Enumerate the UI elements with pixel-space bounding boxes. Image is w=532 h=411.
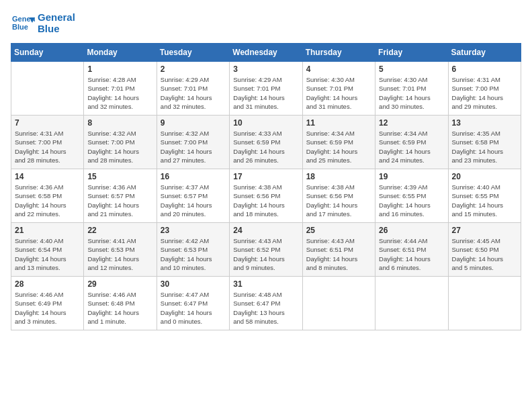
day-info: Sunrise: 4:41 AMSunset: 6:53 PMDaylight:… (87, 236, 152, 272)
day-number: 20 (452, 172, 517, 181)
calendar-cell: 13Sunrise: 4:35 AMSunset: 6:58 PMDayligh… (448, 116, 521, 169)
logo-text: GeneralBlue (38, 11, 75, 34)
day-info: Sunrise: 4:39 AMSunset: 6:55 PMDaylight:… (379, 183, 444, 218)
svg-text:Blue: Blue (12, 23, 28, 31)
day-number: 12 (379, 118, 444, 128)
logo: General Blue GeneralBlue (11, 11, 75, 35)
calendar-cell: 16Sunrise: 4:37 AMSunset: 6:57 PMDayligh… (157, 169, 229, 223)
day-number: 7 (15, 118, 80, 128)
day-number: 31 (233, 279, 298, 289)
day-info: Sunrise: 4:30 AMSunset: 7:01 PMDaylight:… (306, 75, 371, 111)
day-number: 5 (379, 64, 444, 74)
day-info: Sunrise: 4:30 AMSunset: 7:01 PMDaylight:… (379, 75, 444, 111)
calendar-cell: 10Sunrise: 4:33 AMSunset: 6:59 PMDayligh… (230, 116, 302, 169)
calendar-cell: 23Sunrise: 4:42 AMSunset: 6:53 PMDayligh… (157, 223, 229, 277)
calendar-cell: 21Sunrise: 4:40 AMSunset: 6:54 PMDayligh… (11, 223, 84, 277)
day-number: 13 (452, 118, 517, 128)
weekday-monday: Monday (84, 44, 157, 62)
calendar-cell (11, 62, 84, 116)
day-info: Sunrise: 4:37 AMSunset: 6:57 PMDaylight:… (161, 183, 226, 218)
day-number: 23 (161, 226, 226, 235)
day-number: 29 (87, 279, 152, 289)
calendar-cell (375, 277, 448, 330)
calendar-cell: 6Sunrise: 4:31 AMSunset: 7:00 PMDaylight… (448, 62, 521, 116)
day-info: Sunrise: 4:43 AMSunset: 6:51 PMDaylight:… (306, 236, 371, 272)
calendar-cell: 28Sunrise: 4:46 AMSunset: 6:49 PMDayligh… (11, 277, 84, 330)
day-number: 27 (452, 226, 517, 235)
day-info: Sunrise: 4:35 AMSunset: 6:58 PMDaylight:… (452, 129, 517, 165)
day-number: 3 (233, 64, 298, 74)
day-number: 19 (379, 172, 444, 181)
calendar-cell: 18Sunrise: 4:38 AMSunset: 6:56 PMDayligh… (302, 169, 375, 223)
day-info: Sunrise: 4:36 AMSunset: 6:57 PMDaylight:… (87, 183, 152, 218)
day-number: 6 (452, 64, 517, 74)
day-number: 16 (161, 172, 226, 181)
weekday-friday: Friday (375, 44, 448, 62)
calendar-cell (448, 277, 521, 330)
weekday-wednesday: Wednesday (230, 44, 302, 62)
calendar-cell: 17Sunrise: 4:38 AMSunset: 6:56 PMDayligh… (230, 169, 302, 223)
calendar-cell: 25Sunrise: 4:43 AMSunset: 6:51 PMDayligh… (302, 223, 375, 277)
day-info: Sunrise: 4:32 AMSunset: 7:00 PMDaylight:… (161, 129, 226, 165)
calendar-cell: 15Sunrise: 4:36 AMSunset: 6:57 PMDayligh… (84, 169, 157, 223)
calendar-cell: 9Sunrise: 4:32 AMSunset: 7:00 PMDaylight… (157, 116, 229, 169)
day-info: Sunrise: 4:38 AMSunset: 6:56 PMDaylight:… (233, 183, 298, 218)
calendar-cell: 30Sunrise: 4:47 AMSunset: 6:47 PMDayligh… (157, 277, 229, 330)
day-number: 15 (87, 172, 152, 181)
day-number: 22 (87, 226, 152, 235)
day-info: Sunrise: 4:46 AMSunset: 6:48 PMDaylight:… (87, 290, 152, 326)
calendar-cell: 14Sunrise: 4:36 AMSunset: 6:58 PMDayligh… (11, 169, 84, 223)
week-row-1: 1Sunrise: 4:28 AMSunset: 7:01 PMDaylight… (11, 62, 521, 116)
day-number: 9 (161, 118, 226, 128)
calendar-cell: 8Sunrise: 4:32 AMSunset: 7:00 PMDaylight… (84, 116, 157, 169)
calendar-cell (302, 277, 375, 330)
calendar-cell: 7Sunrise: 4:31 AMSunset: 7:00 PMDaylight… (11, 116, 84, 169)
day-number: 11 (306, 118, 371, 128)
day-info: Sunrise: 4:32 AMSunset: 7:00 PMDaylight:… (87, 129, 152, 165)
calendar-cell: 31Sunrise: 4:48 AMSunset: 6:47 PMDayligh… (230, 277, 302, 330)
calendar-cell: 19Sunrise: 4:39 AMSunset: 6:55 PMDayligh… (375, 169, 448, 223)
calendar-header: SundayMondayTuesdayWednesdayThursdayFrid… (11, 44, 521, 62)
calendar-cell: 22Sunrise: 4:41 AMSunset: 6:53 PMDayligh… (84, 223, 157, 277)
day-info: Sunrise: 4:31 AMSunset: 7:00 PMDaylight:… (452, 75, 517, 111)
calendar-table: SundayMondayTuesdayWednesdayThursdayFrid… (11, 43, 521, 330)
week-row-3: 14Sunrise: 4:36 AMSunset: 6:58 PMDayligh… (11, 169, 521, 223)
calendar-cell: 26Sunrise: 4:44 AMSunset: 6:51 PMDayligh… (375, 223, 448, 277)
week-row-2: 7Sunrise: 4:31 AMSunset: 7:00 PMDaylight… (11, 116, 521, 169)
page-header: General Blue GeneralBlue (11, 11, 521, 35)
day-number: 28 (15, 279, 80, 289)
calendar-cell: 20Sunrise: 4:40 AMSunset: 6:55 PMDayligh… (448, 169, 521, 223)
day-number: 24 (233, 226, 298, 235)
day-number: 18 (306, 172, 371, 181)
day-info: Sunrise: 4:43 AMSunset: 6:52 PMDaylight:… (233, 236, 298, 272)
day-info: Sunrise: 4:47 AMSunset: 6:47 PMDaylight:… (161, 290, 226, 326)
logo-icon: General Blue (11, 11, 35, 35)
calendar-cell: 4Sunrise: 4:30 AMSunset: 7:01 PMDaylight… (302, 62, 375, 116)
day-info: Sunrise: 4:48 AMSunset: 6:47 PMDaylight:… (233, 290, 298, 326)
week-row-5: 28Sunrise: 4:46 AMSunset: 6:49 PMDayligh… (11, 277, 521, 330)
day-number: 14 (15, 172, 80, 181)
day-info: Sunrise: 4:40 AMSunset: 6:54 PMDaylight:… (15, 236, 80, 272)
weekday-thursday: Thursday (302, 44, 375, 62)
day-info: Sunrise: 4:29 AMSunset: 7:01 PMDaylight:… (161, 75, 226, 111)
day-info: Sunrise: 4:34 AMSunset: 6:59 PMDaylight:… (306, 129, 371, 165)
day-number: 2 (161, 64, 226, 74)
calendar-cell: 24Sunrise: 4:43 AMSunset: 6:52 PMDayligh… (230, 223, 302, 277)
day-number: 25 (306, 226, 371, 235)
calendar-cell: 5Sunrise: 4:30 AMSunset: 7:01 PMDaylight… (375, 62, 448, 116)
day-info: Sunrise: 4:33 AMSunset: 6:59 PMDaylight:… (233, 129, 298, 165)
day-number: 4 (306, 64, 371, 74)
day-number: 21 (15, 226, 80, 235)
calendar-cell: 11Sunrise: 4:34 AMSunset: 6:59 PMDayligh… (302, 116, 375, 169)
calendar-cell: 3Sunrise: 4:29 AMSunset: 7:01 PMDaylight… (230, 62, 302, 116)
calendar-cell: 1Sunrise: 4:28 AMSunset: 7:01 PMDaylight… (84, 62, 157, 116)
day-number: 26 (379, 226, 444, 235)
day-number: 10 (233, 118, 298, 128)
day-info: Sunrise: 4:45 AMSunset: 6:50 PMDaylight:… (452, 236, 517, 272)
calendar-body: 1Sunrise: 4:28 AMSunset: 7:01 PMDaylight… (11, 62, 521, 330)
day-info: Sunrise: 4:36 AMSunset: 6:58 PMDaylight:… (15, 183, 80, 218)
weekday-saturday: Saturday (448, 44, 521, 62)
day-info: Sunrise: 4:34 AMSunset: 6:59 PMDaylight:… (379, 129, 444, 165)
week-row-4: 21Sunrise: 4:40 AMSunset: 6:54 PMDayligh… (11, 223, 521, 277)
day-info: Sunrise: 4:28 AMSunset: 7:01 PMDaylight:… (87, 75, 152, 111)
